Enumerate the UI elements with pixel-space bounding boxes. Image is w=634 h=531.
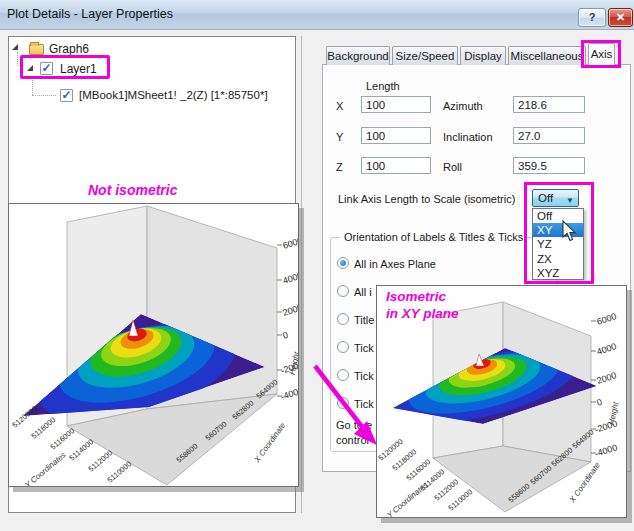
y-axis-label: Y (336, 131, 343, 143)
z-tick: 6000 (282, 235, 298, 251)
roll-input[interactable]: 359.5 (513, 157, 585, 174)
tab-miscellaneous[interactable]: Miscellaneous (508, 46, 586, 65)
x-axis-label: X (336, 100, 343, 112)
inclination-label: Inclination (443, 131, 493, 143)
y-tick: 5114000 (68, 437, 96, 462)
azimuth-label: Azimuth (443, 100, 483, 112)
z-axis-title: Height (288, 350, 298, 375)
surface-plot-figure: 6000 4000 2000 0 -2000 -4000 Height 5120… (9, 204, 298, 486)
tab-display[interactable]: Display (460, 46, 506, 65)
radio-option-2[interactable] (337, 285, 349, 297)
help-button[interactable]: ? (578, 8, 606, 27)
layer1-highlight-box (20, 55, 110, 79)
z-tick: 0 (282, 330, 290, 341)
mouse-cursor-icon (562, 220, 578, 244)
z-axis-label: Z (336, 161, 343, 173)
annotation-isometric-line2: in XY plane (386, 306, 459, 321)
radio-option-3[interactable] (337, 313, 349, 325)
z-tick: 0 (596, 397, 604, 408)
tab-size-speed[interactable]: Size/Speed (392, 46, 458, 65)
radio-label-all-in-axes-plane[interactable]: All in Axes Plane (354, 258, 436, 270)
z-tick: 2000 (282, 302, 298, 318)
x-length-input[interactable]: 100 (361, 96, 431, 113)
title-bar: Plot Details - Layer Properties ? ✕ (0, 0, 634, 30)
folder-icon (29, 44, 44, 55)
annotation-arrow (303, 358, 393, 458)
tab-background[interactable]: Background (326, 46, 390, 65)
length-header: Length (366, 80, 400, 92)
inclination-input[interactable]: 27.0 (513, 127, 585, 144)
tree-item-dataset[interactable]: [MBook1]MSheet1! _2(Z) [1*:85750*] (79, 89, 268, 101)
axis-tab-highlight-box (581, 40, 621, 68)
z-tick: 4000 (596, 341, 618, 357)
tree-item-graph6[interactable]: Graph6 (49, 42, 89, 56)
surface-plot-isometric-xy: 6000 4000 2000 0 -2000 -4000 Height 5120… (376, 285, 627, 518)
z-length-input[interactable]: 100 (361, 157, 431, 174)
z-axis-title: Height (607, 400, 621, 425)
annotation-isometric-line1: Isometric (386, 289, 446, 304)
y-tick: 5112000 (87, 448, 115, 473)
tree-connector (32, 95, 56, 96)
radio-all-in-axes-plane[interactable] (337, 257, 349, 269)
x-axis-title: X Coordinate (252, 421, 288, 465)
radio-label-option-3[interactable]: Title (354, 314, 374, 326)
radio-option-4[interactable] (337, 341, 349, 353)
z-tick: -4000 (280, 385, 298, 402)
dataset-checkbox[interactable]: ✓ (60, 89, 73, 102)
roll-label: Roll (443, 161, 462, 173)
radio-label-option-2[interactable]: All i (354, 286, 372, 298)
azimuth-input[interactable]: 218.6 (513, 96, 585, 113)
z-tick: 6000 (596, 311, 618, 327)
tree-connector (17, 52, 18, 66)
y-axis-title: Y Coordinates (385, 480, 430, 517)
y-axis-title: Y Coordinates (23, 450, 68, 486)
y-tick: 5116000 (49, 426, 77, 451)
z-tick: 4000 (282, 270, 298, 286)
pane-divider (301, 36, 302, 513)
radio-label-option-4[interactable]: Tick (354, 342, 374, 354)
surface-plot-not-isometric: 6000 4000 2000 0 -2000 -4000 Height 5120… (8, 203, 299, 487)
y-length-input[interactable]: 100 (361, 127, 431, 144)
orientation-groupbox-title: Orientation of Labels & Titles & Ticks (340, 231, 527, 243)
z-tick: -4000 (594, 442, 619, 459)
dropdown-highlight-box (524, 182, 594, 284)
annotation-not-isometric: Not isometric (88, 182, 177, 198)
y-tick: 5120000 (11, 404, 39, 430)
close-button[interactable]: ✕ (608, 8, 633, 27)
y-tick: 5110000 (106, 459, 134, 484)
expand-icon-graph[interactable] (12, 44, 18, 50)
z-tick: 2000 (596, 370, 618, 386)
window-title: Plot Details - Layer Properties (7, 7, 173, 21)
y-tick: 5118000 (30, 415, 58, 440)
link-axis-label: Link Axis Length to Scale (isometric) (338, 193, 515, 205)
